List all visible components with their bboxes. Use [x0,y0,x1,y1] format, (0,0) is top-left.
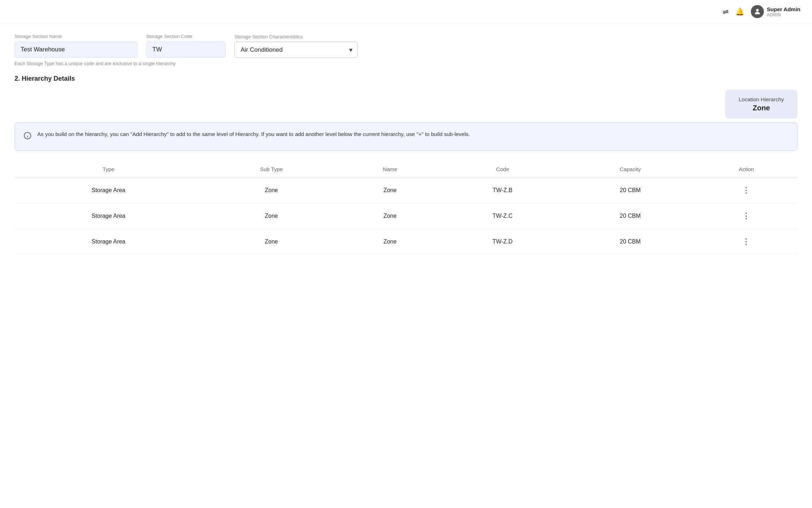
cell-name: Zone [340,178,440,203]
header-icons: ⇌ 🔔 Super Admin ADMIN [723,5,800,18]
col-type: Type [14,161,203,178]
user-name: Super Admin [767,6,800,12]
bell-icon[interactable]: 🔔 [735,7,744,16]
storage-section-code-group: Storage Section Code [146,34,226,58]
cell-name: Zone [340,229,440,255]
cell-code: TW-Z.C [440,203,565,229]
location-hierarchy-badge: Location Hierarchy Zone [725,90,798,119]
storage-section-name-group: Storage Section Name [14,34,138,58]
cell-action: ⋮ [695,203,798,229]
info-box: As you build on the hierarchy, you can "… [14,122,798,151]
info-icon [24,131,31,143]
hierarchy-table: Type Sub Type Name Code Capacity Action … [14,161,798,255]
cell-type: Storage Area [14,229,203,255]
cell-sub-type: Zone [203,178,341,203]
location-hierarchy-label: Location Hierarchy [736,96,787,102]
cell-sub-type: Zone [203,203,341,229]
cell-sub-type: Zone [203,229,341,255]
user-role: ADMIN [767,12,800,17]
action-menu-button[interactable]: ⋮ [742,186,751,195]
cell-type: Storage Area [14,203,203,229]
table-header-row: Type Sub Type Name Code Capacity Action [14,161,798,178]
svg-point-0 [756,9,759,12]
main-content: Storage Section Name Storage Section Cod… [0,24,812,265]
cell-capacity: 20 CBM [565,203,695,229]
storage-chars-select-wrapper: Air Conditioned Refrigerated Standard ▾ [234,42,358,58]
storage-section-chars-group: Storage Section Charactersistics Air Con… [234,34,358,58]
hint-text: Each Storage Type has a unique code and … [14,61,798,66]
hierarchy-table-wrapper: Type Sub Type Name Code Capacity Action … [14,161,798,255]
col-sub-type: Sub Type [203,161,341,178]
storage-section-code-input[interactable] [146,41,226,58]
col-capacity: Capacity [565,161,695,178]
col-name: Name [340,161,440,178]
table-row: Storage Area Zone Zone TW-Z.C 20 CBM ⋮ [14,203,798,229]
storage-section-code-label: Storage Section Code [146,34,226,39]
cell-capacity: 20 CBM [565,178,695,203]
user-text: Super Admin ADMIN [767,6,800,17]
avatar [751,5,764,18]
header: ⇌ 🔔 Super Admin ADMIN [0,0,812,24]
storage-chars-select[interactable]: Air Conditioned Refrigerated Standard [234,42,358,58]
cell-type: Storage Area [14,178,203,203]
cell-capacity: 20 CBM [565,229,695,255]
location-hierarchy-value: Zone [736,104,787,112]
col-action: Action [695,161,798,178]
form-row: Storage Section Name Storage Section Cod… [14,34,798,58]
action-menu-button[interactable]: ⋮ [742,237,751,246]
action-menu-button[interactable]: ⋮ [742,211,751,221]
info-text: As you build on the hierarchy, you can "… [37,130,470,139]
cell-code: TW-Z.D [440,229,565,255]
hierarchy-section-title: 2. Hierarchy Details [14,75,798,82]
storage-section-name-input[interactable] [14,41,138,58]
transfer-icon[interactable]: ⇌ [723,7,729,16]
hierarchy-section: Location Hierarchy Zone [14,90,798,119]
cell-action: ⋮ [695,229,798,255]
col-code: Code [440,161,565,178]
cell-code: TW-Z.B [440,178,565,203]
cell-name: Zone [340,203,440,229]
storage-section-name-label: Storage Section Name [14,34,138,39]
cell-action: ⋮ [695,178,798,203]
table-row: Storage Area Zone Zone TW-Z.B 20 CBM ⋮ [14,178,798,203]
table-row: Storage Area Zone Zone TW-Z.D 20 CBM ⋮ [14,229,798,255]
storage-section-chars-label: Storage Section Charactersistics [234,34,358,39]
user-info: Super Admin ADMIN [751,5,800,18]
